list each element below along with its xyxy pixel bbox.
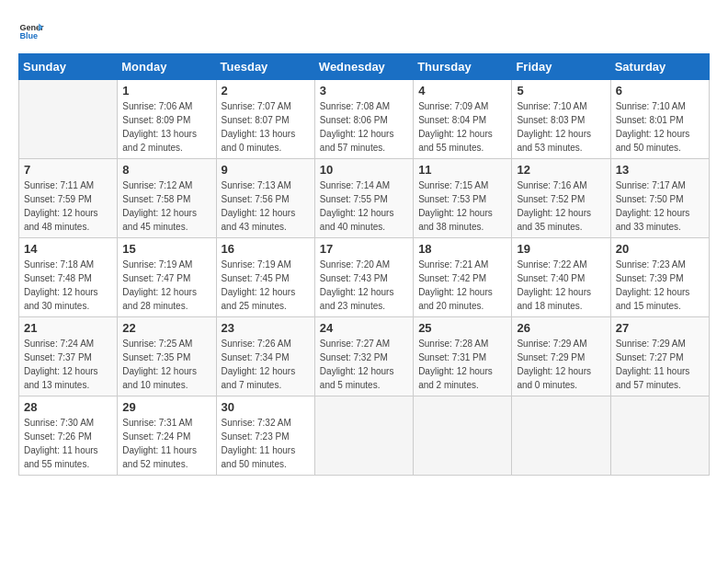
calendar-cell: 25Sunrise: 7:28 AM Sunset: 7:31 PM Dayli… bbox=[414, 317, 512, 396]
day-info: Sunrise: 7:08 AM Sunset: 8:06 PM Dayligh… bbox=[320, 99, 408, 155]
day-info: Sunrise: 7:22 AM Sunset: 7:40 PM Dayligh… bbox=[517, 258, 605, 313]
day-number: 22 bbox=[122, 321, 210, 335]
day-header-monday: Monday bbox=[118, 54, 216, 80]
day-header-friday: Friday bbox=[512, 54, 610, 80]
calendar-cell: 9Sunrise: 7:13 AM Sunset: 7:56 PM Daylig… bbox=[216, 159, 314, 238]
day-info: Sunrise: 7:11 AM Sunset: 7:59 PM Dayligh… bbox=[24, 178, 112, 234]
day-number: 16 bbox=[222, 242, 310, 256]
day-number: 8 bbox=[122, 163, 210, 177]
calendar-cell: 1Sunrise: 7:06 AM Sunset: 8:09 PM Daylig… bbox=[118, 80, 216, 159]
day-number: 12 bbox=[517, 163, 605, 177]
calendar-cell: 5Sunrise: 7:10 AM Sunset: 8:03 PM Daylig… bbox=[512, 80, 610, 159]
day-number: 18 bbox=[418, 242, 506, 256]
day-info: Sunrise: 7:16 AM Sunset: 7:52 PM Dayligh… bbox=[517, 178, 605, 234]
calendar-cell: 22Sunrise: 7:25 AM Sunset: 7:35 PM Dayli… bbox=[118, 317, 216, 396]
calendar-cell bbox=[512, 396, 610, 476]
calendar-cell: 20Sunrise: 7:23 AM Sunset: 7:39 PM Dayli… bbox=[610, 238, 709, 317]
week-row-2: 7Sunrise: 7:11 AM Sunset: 7:59 PM Daylig… bbox=[19, 159, 710, 238]
calendar-cell: 6Sunrise: 7:10 AM Sunset: 8:01 PM Daylig… bbox=[610, 80, 709, 159]
day-info: Sunrise: 7:24 AM Sunset: 7:37 PM Dayligh… bbox=[24, 337, 112, 392]
day-info: Sunrise: 7:26 AM Sunset: 7:34 PM Dayligh… bbox=[222, 337, 310, 392]
calendar-cell: 8Sunrise: 7:12 AM Sunset: 7:58 PM Daylig… bbox=[118, 159, 216, 238]
day-info: Sunrise: 7:29 AM Sunset: 7:29 PM Dayligh… bbox=[517, 337, 605, 392]
calendar-cell: 29Sunrise: 7:31 AM Sunset: 7:24 PM Dayli… bbox=[118, 396, 216, 476]
calendar-cell: 30Sunrise: 7:32 AM Sunset: 7:23 PM Dayli… bbox=[216, 396, 314, 476]
day-info: Sunrise: 7:10 AM Sunset: 8:01 PM Dayligh… bbox=[616, 99, 704, 155]
day-number: 30 bbox=[222, 400, 310, 414]
calendar-cell: 27Sunrise: 7:29 AM Sunset: 7:27 PM Dayli… bbox=[610, 317, 709, 396]
calendar-cell: 7Sunrise: 7:11 AM Sunset: 7:59 PM Daylig… bbox=[19, 159, 118, 238]
page-header: General Blue bbox=[18, 18, 710, 44]
day-info: Sunrise: 7:12 AM Sunset: 7:58 PM Dayligh… bbox=[122, 178, 210, 234]
calendar-cell: 2Sunrise: 7:07 AM Sunset: 8:07 PM Daylig… bbox=[216, 80, 314, 159]
calendar-cell: 11Sunrise: 7:15 AM Sunset: 7:53 PM Dayli… bbox=[414, 159, 512, 238]
calendar-cell: 23Sunrise: 7:26 AM Sunset: 7:34 PM Dayli… bbox=[216, 317, 314, 396]
week-row-3: 14Sunrise: 7:18 AM Sunset: 7:48 PM Dayli… bbox=[19, 238, 710, 317]
calendar-cell: 10Sunrise: 7:14 AM Sunset: 7:55 PM Dayli… bbox=[314, 159, 413, 238]
calendar-cell: 21Sunrise: 7:24 AM Sunset: 7:37 PM Dayli… bbox=[19, 317, 118, 396]
day-number: 3 bbox=[320, 84, 408, 98]
calendar-cell bbox=[314, 396, 413, 476]
logo: General Blue bbox=[18, 18, 48, 44]
day-header-tuesday: Tuesday bbox=[216, 54, 314, 80]
day-info: Sunrise: 7:20 AM Sunset: 7:43 PM Dayligh… bbox=[320, 258, 408, 313]
day-number: 17 bbox=[320, 242, 408, 256]
day-info: Sunrise: 7:23 AM Sunset: 7:39 PM Dayligh… bbox=[616, 258, 704, 313]
week-row-5: 28Sunrise: 7:30 AM Sunset: 7:26 PM Dayli… bbox=[19, 396, 710, 476]
calendar-cell: 19Sunrise: 7:22 AM Sunset: 7:40 PM Dayli… bbox=[512, 238, 610, 317]
calendar-cell: 14Sunrise: 7:18 AM Sunset: 7:48 PM Dayli… bbox=[19, 238, 118, 317]
calendar-cell bbox=[610, 396, 709, 476]
day-info: Sunrise: 7:28 AM Sunset: 7:31 PM Dayligh… bbox=[418, 337, 506, 392]
calendar-cell bbox=[19, 80, 118, 159]
day-info: Sunrise: 7:25 AM Sunset: 7:35 PM Dayligh… bbox=[122, 337, 210, 392]
calendar-cell: 26Sunrise: 7:29 AM Sunset: 7:29 PM Dayli… bbox=[512, 317, 610, 396]
day-info: Sunrise: 7:09 AM Sunset: 8:04 PM Dayligh… bbox=[418, 99, 506, 155]
calendar-cell: 4Sunrise: 7:09 AM Sunset: 8:04 PM Daylig… bbox=[414, 80, 512, 159]
day-number: 9 bbox=[222, 163, 310, 177]
day-number: 5 bbox=[517, 84, 605, 98]
day-number: 21 bbox=[24, 321, 112, 335]
day-number: 29 bbox=[122, 400, 210, 414]
week-row-4: 21Sunrise: 7:24 AM Sunset: 7:37 PM Dayli… bbox=[19, 317, 710, 396]
day-info: Sunrise: 7:17 AM Sunset: 7:50 PM Dayligh… bbox=[616, 178, 704, 234]
svg-text:Blue: Blue bbox=[19, 31, 38, 40]
day-number: 10 bbox=[320, 163, 408, 177]
day-info: Sunrise: 7:21 AM Sunset: 7:42 PM Dayligh… bbox=[418, 258, 506, 313]
day-number: 4 bbox=[418, 84, 506, 98]
day-number: 1 bbox=[122, 84, 210, 98]
day-number: 2 bbox=[222, 84, 310, 98]
calendar-cell: 28Sunrise: 7:30 AM Sunset: 7:26 PM Dayli… bbox=[19, 396, 118, 476]
day-info: Sunrise: 7:19 AM Sunset: 7:45 PM Dayligh… bbox=[222, 258, 310, 313]
day-info: Sunrise: 7:14 AM Sunset: 7:55 PM Dayligh… bbox=[320, 178, 408, 234]
day-number: 19 bbox=[517, 242, 605, 256]
day-number: 14 bbox=[24, 242, 112, 256]
day-header-thursday: Thursday bbox=[414, 54, 512, 80]
calendar-cell: 16Sunrise: 7:19 AM Sunset: 7:45 PM Dayli… bbox=[216, 238, 314, 317]
calendar-cell: 15Sunrise: 7:19 AM Sunset: 7:47 PM Dayli… bbox=[118, 238, 216, 317]
day-info: Sunrise: 7:27 AM Sunset: 7:32 PM Dayligh… bbox=[320, 337, 408, 392]
day-info: Sunrise: 7:19 AM Sunset: 7:47 PM Dayligh… bbox=[122, 258, 210, 313]
calendar-cell: 3Sunrise: 7:08 AM Sunset: 8:06 PM Daylig… bbox=[314, 80, 413, 159]
day-info: Sunrise: 7:10 AM Sunset: 8:03 PM Dayligh… bbox=[517, 99, 605, 155]
day-number: 23 bbox=[222, 321, 310, 335]
calendar-cell: 13Sunrise: 7:17 AM Sunset: 7:50 PM Dayli… bbox=[610, 159, 709, 238]
day-info: Sunrise: 7:32 AM Sunset: 7:23 PM Dayligh… bbox=[222, 416, 310, 471]
day-header-wednesday: Wednesday bbox=[314, 54, 413, 80]
day-number: 11 bbox=[418, 163, 506, 177]
day-info: Sunrise: 7:15 AM Sunset: 7:53 PM Dayligh… bbox=[418, 178, 506, 234]
day-info: Sunrise: 7:13 AM Sunset: 7:56 PM Dayligh… bbox=[222, 178, 310, 234]
calendar-cell: 24Sunrise: 7:27 AM Sunset: 7:32 PM Dayli… bbox=[314, 317, 413, 396]
day-number: 15 bbox=[122, 242, 210, 256]
calendar-cell: 12Sunrise: 7:16 AM Sunset: 7:52 PM Dayli… bbox=[512, 159, 610, 238]
day-number: 26 bbox=[517, 321, 605, 335]
day-number: 7 bbox=[24, 163, 112, 177]
day-number: 25 bbox=[418, 321, 506, 335]
calendar-table: SundayMondayTuesdayWednesdayThursdayFrid… bbox=[18, 53, 710, 476]
day-header-sunday: Sunday bbox=[19, 54, 118, 80]
day-info: Sunrise: 7:30 AM Sunset: 7:26 PM Dayligh… bbox=[24, 416, 112, 471]
day-number: 13 bbox=[616, 163, 704, 177]
day-info: Sunrise: 7:29 AM Sunset: 7:27 PM Dayligh… bbox=[616, 337, 704, 392]
day-info: Sunrise: 7:18 AM Sunset: 7:48 PM Dayligh… bbox=[24, 258, 112, 313]
day-info: Sunrise: 7:06 AM Sunset: 8:09 PM Dayligh… bbox=[122, 99, 210, 155]
logo-icon: General Blue bbox=[18, 18, 44, 44]
